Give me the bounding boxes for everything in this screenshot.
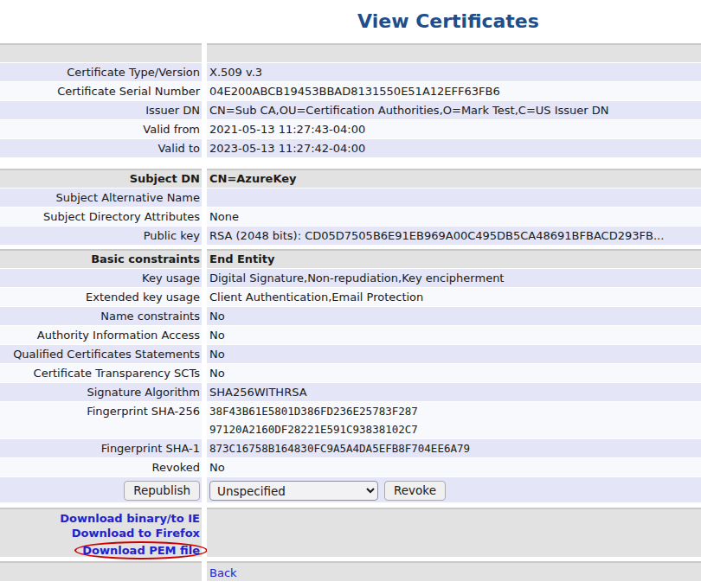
row-label: Fingerprint SHA-1	[0, 439, 202, 457]
table-row: Qualified Certificates Statements No	[0, 345, 701, 363]
table-row: Certificate Transparency SCTs No	[0, 364, 701, 382]
section-header-basic-constraints: Basic constraints End Entity	[0, 249, 701, 268]
row-label: Valid to	[0, 139, 202, 157]
row-label: Key usage	[0, 269, 202, 287]
table-row: Public key RSA (2048 bits): CD05D7505B6E…	[0, 227, 701, 245]
row-label: Signature Algorithm	[0, 383, 202, 401]
back-value-cell: Back	[207, 561, 701, 581]
republish-button[interactable]: Republish	[124, 481, 200, 501]
fingerprint-sha256-line1: 38F43B61E5801D386FD236E25783F287	[209, 402, 701, 420]
section-value: End Entity	[207, 249, 701, 268]
row-label: Certificate Transparency SCTs	[0, 364, 202, 382]
row-label: Qualified Certificates Statements	[0, 345, 202, 363]
row-value: 38F43B61E5801D386FD236E25783F287 97120A2…	[207, 402, 701, 438]
row-label: Authority Information Access	[0, 326, 202, 344]
row-value	[207, 189, 701, 207]
row-label: Valid from	[0, 120, 202, 138]
row-value: CN=Sub CA,OU=Certification Authorities,O…	[207, 101, 701, 119]
actions-label-cell: Republish	[0, 477, 202, 502]
row-label: Subject Directory Attributes	[0, 208, 202, 226]
table-row: Subject Directory Attributes None	[0, 208, 701, 226]
downloads-row: Download binary/to IE Download to Firefo…	[0, 508, 701, 557]
row-label: Name constraints	[0, 307, 202, 325]
row-label: Subject Alternative Name	[0, 189, 202, 207]
table-row-fingerprint-sha1: Fingerprint SHA-1 873C16758B164830FC9A5A…	[0, 439, 701, 457]
row-value: No	[207, 345, 701, 363]
download-pem-link[interactable]: Download PEM file	[82, 543, 200, 558]
back-row: Back	[0, 561, 701, 581]
row-label: Certificate Serial Number	[0, 82, 202, 100]
page-header: View Certificates	[196, 10, 701, 33]
table-row: Signature Algorithm SHA256WITHRSA	[0, 383, 701, 401]
table-row: Authority Information Access No	[0, 326, 701, 344]
row-label: Fingerprint SHA-256	[0, 402, 202, 438]
revoke-button[interactable]: Revoke	[384, 481, 446, 501]
table-row: Valid to 2023-05-13 11:27:42-04:00	[0, 139, 701, 157]
table-row: Extended key usage Client Authentication…	[0, 288, 701, 306]
table-row: Subject Alternative Name	[0, 189, 701, 207]
row-value: 2021-05-13 11:27:43-04:00	[207, 120, 701, 138]
table-row-fingerprint-sha256: Fingerprint SHA-256 38F43B61E5801D386FD2…	[0, 402, 701, 438]
row-value: None	[207, 208, 701, 226]
row-label: Revoked	[0, 458, 202, 476]
downloads-empty-cell	[207, 508, 701, 557]
row-value: Digital Signature,Non-repudiation,Key en…	[207, 269, 701, 287]
table-row: Key usage Digital Signature,Non-repudiat…	[0, 269, 701, 287]
table-row: Valid from 2021-05-13 11:27:43-04:00	[0, 120, 701, 138]
table-row-revoked: Revoked No	[0, 458, 701, 476]
table-row: Certificate Serial Number 04E200ABCB1945…	[0, 82, 701, 100]
header-value-cell	[207, 43, 701, 62]
row-value: 2023-05-13 11:27:42-04:00	[207, 139, 701, 157]
row-value: No	[207, 307, 701, 325]
back-link[interactable]: Back	[209, 566, 237, 579]
section-label: Subject DN	[0, 169, 202, 188]
row-label: Certificate Type/Version	[0, 63, 202, 81]
table-row: Issuer DN CN=Sub CA,OU=Certification Aut…	[0, 101, 701, 119]
actions-value-cell: Unspecified Revoke	[207, 477, 701, 502]
certificate-table: Certificate Type/Version X.509 v.3 Certi…	[0, 43, 701, 581]
actions-row: Republish Unspecified Revoke	[0, 477, 701, 502]
row-value: Client Authentication,Email Protection	[207, 288, 701, 306]
table-row: Name constraints No	[0, 307, 701, 325]
header-label-cell	[0, 43, 202, 62]
row-value: RSA (2048 bits): CD05D7505B6E91EB969A00C…	[207, 227, 701, 245]
downloads-links-cell: Download binary/to IE Download to Firefo…	[0, 508, 202, 557]
row-label: Public key	[0, 227, 202, 245]
row-value: 873C16758B164830FC9A5A4DA5EFB8F704EE6A79	[207, 439, 701, 457]
section-header-subject-dn: Subject DN CN=AzureKey	[0, 169, 701, 188]
revocation-reason-select[interactable]: Unspecified	[209, 481, 378, 501]
row-value: 04E200ABCB19453BBAD8131550E51A12EFF63FB6	[207, 82, 701, 100]
table-row: Certificate Type/Version X.509 v.3	[0, 63, 701, 81]
fingerprint-sha256-line2: 97120A2160DF28221E591C93838102C7	[209, 420, 701, 438]
page-title: View Certificates	[196, 10, 701, 33]
download-binary-ie-link[interactable]: Download binary/to IE	[60, 511, 200, 526]
red-annotation-oval: Download PEM file	[74, 541, 208, 559]
row-value: X.509 v.3	[207, 63, 701, 81]
download-firefox-link[interactable]: Download to Firefox	[72, 526, 200, 540]
row-value: No	[207, 326, 701, 344]
section-value: CN=AzureKey	[207, 169, 701, 188]
table-header-row	[0, 43, 701, 62]
row-label: Issuer DN	[0, 101, 202, 119]
row-value: No	[207, 458, 701, 476]
section-label: Basic constraints	[0, 249, 202, 268]
back-label-cell	[0, 561, 202, 581]
row-value: SHA256WITHRSA	[207, 383, 701, 401]
row-value: No	[207, 364, 701, 382]
row-label: Extended key usage	[0, 288, 202, 306]
